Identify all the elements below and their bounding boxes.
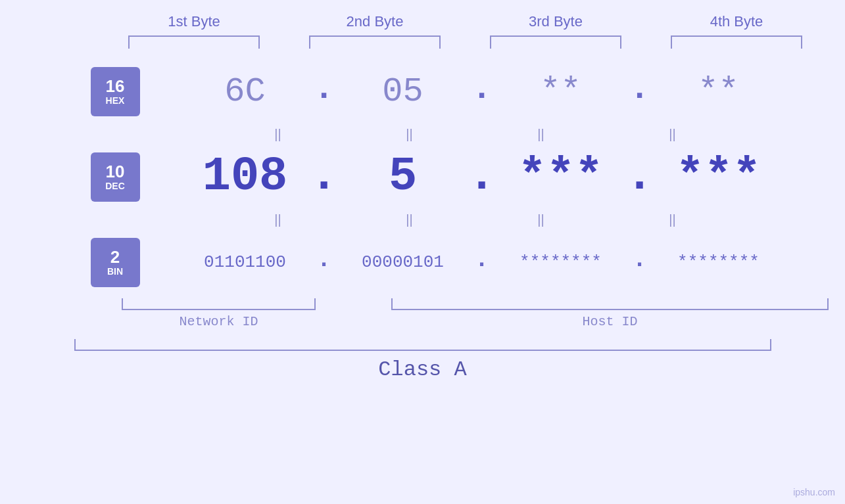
eq-3: || <box>475 127 607 142</box>
equal-signs-1: || || || || <box>212 127 738 142</box>
eq2-3: || <box>475 212 607 227</box>
dec-val-3: *** <box>518 150 604 204</box>
bracket-2 <box>309 35 441 49</box>
hex-val-2: 05 <box>382 72 423 111</box>
hex-byte-1: 6C <box>180 72 311 111</box>
bin-dot-2: . <box>469 246 495 279</box>
bottom-section: Network ID Host ID Class A <box>0 298 845 382</box>
bin-byte-1: 01101100 <box>180 252 311 272</box>
bracket-1 <box>128 35 260 49</box>
hex-byte-3: ** <box>495 72 627 111</box>
hex-row: 16 HEX 6C . 05 . ** . ** <box>61 58 785 124</box>
bin-val-2: 00000101 <box>362 252 444 272</box>
byte-header-2: 2nd Byte <box>302 13 447 30</box>
hex-badge-number: 16 <box>106 77 125 96</box>
dec-dot-sym-1: . <box>310 149 338 204</box>
bin-dot-1: . <box>311 246 337 279</box>
dec-values: 108 . 5 . *** . *** <box>180 149 785 204</box>
dec-badge-label: DEC <box>105 181 125 191</box>
bin-badge-number: 2 <box>110 248 120 267</box>
dec-byte-1: 108 <box>180 150 311 204</box>
bin-dot-sym-1: . <box>317 246 331 279</box>
bin-dot-sym-2: . <box>475 246 489 279</box>
bin-val-1: 01101100 <box>204 252 286 272</box>
hex-byte-2: 05 <box>337 72 469 111</box>
dec-badge-number: 10 <box>106 162 125 181</box>
bin-dot-3: . <box>627 246 653 279</box>
hex-dot-sym-3: . <box>629 70 650 114</box>
eq-2: || <box>344 127 475 142</box>
hex-badge-label: HEX <box>106 95 125 106</box>
hex-val-1: 6C <box>224 72 265 111</box>
equal-row-2: || || || || <box>212 210 752 229</box>
watermark: ipshu.com <box>793 487 835 497</box>
dec-row: 10 DEC 108 . 5 . *** . *** <box>61 144 785 210</box>
class-bracket <box>74 339 771 351</box>
hex-dot-sym-2: . <box>471 70 492 114</box>
bin-byte-2: 00000101 <box>337 252 469 272</box>
dec-dot-sym-3: . <box>625 149 654 204</box>
class-label: Class A <box>0 357 845 382</box>
eq-4: || <box>607 127 738 142</box>
dec-val-4: *** <box>676 150 761 204</box>
dec-dot-2: . <box>469 149 495 204</box>
dec-val-2: 5 <box>389 150 417 204</box>
host-id-label: Host ID <box>391 314 829 329</box>
eq2-4: || <box>607 212 738 227</box>
top-brackets <box>104 35 827 49</box>
dec-dot-sym-2: . <box>468 149 496 204</box>
hex-byte-4: ** <box>653 72 785 111</box>
eq2-2: || <box>344 212 475 227</box>
equal-row-1: || || || || <box>212 124 752 144</box>
bin-val-4: ******** <box>677 252 760 272</box>
dec-dot-1: . <box>311 149 337 204</box>
bin-badge: 2 BIN <box>91 238 140 287</box>
main-container: 1st Byte 2nd Byte 3rd Byte 4th Byte 16 H… <box>0 0 845 504</box>
byte-header-4: 4th Byte <box>664 13 809 30</box>
hex-badge: 16 HEX <box>91 67 140 116</box>
network-id-label: Network ID <box>122 314 316 329</box>
dec-byte-4: *** <box>653 150 785 204</box>
label-gap <box>316 314 391 329</box>
bin-byte-4: ******** <box>653 252 785 272</box>
hex-val-4: ** <box>698 72 738 111</box>
labels-row: Network ID Host ID <box>122 314 829 329</box>
bracket-3 <box>490 35 621 49</box>
bin-dot-sym-3: . <box>633 246 647 279</box>
eq2-1: || <box>212 212 344 227</box>
bin-values: 01101100 . 00000101 . ******** . *******… <box>180 246 785 279</box>
dec-dot-3: . <box>627 149 653 204</box>
dec-val-1: 108 <box>203 150 288 204</box>
bin-badge-label: BIN <box>107 266 123 277</box>
hex-val-3: ** <box>540 72 581 111</box>
bin-byte-3: ******** <box>495 252 627 272</box>
host-bracket <box>391 298 829 310</box>
dec-byte-2: 5 <box>337 150 469 204</box>
bin-row: 2 BIN 01101100 . 00000101 . ******** . <box>61 229 785 295</box>
eq-1: || <box>212 127 344 142</box>
byte-header-3: 3rd Byte <box>483 13 628 30</box>
bracket-4 <box>671 35 802 49</box>
byte-headers: 1st Byte 2nd Byte 3rd Byte 4th Byte <box>104 13 827 30</box>
hex-values: 6C . 05 . ** . ** <box>180 70 785 114</box>
byte-header-1: 1st Byte <box>122 13 266 30</box>
dec-badge: 10 DEC <box>91 152 140 202</box>
dec-byte-3: *** <box>495 150 627 204</box>
bottom-brackets <box>122 298 829 310</box>
hex-dot-1: . <box>311 70 337 114</box>
bin-val-3: ******** <box>519 252 602 272</box>
equal-signs-2: || || || || <box>212 212 738 227</box>
hex-dot-3: . <box>627 70 653 114</box>
hex-dot-2: . <box>469 70 495 114</box>
bracket-gap <box>316 298 391 310</box>
network-bracket <box>122 298 316 310</box>
hex-dot-sym-1: . <box>314 70 334 114</box>
